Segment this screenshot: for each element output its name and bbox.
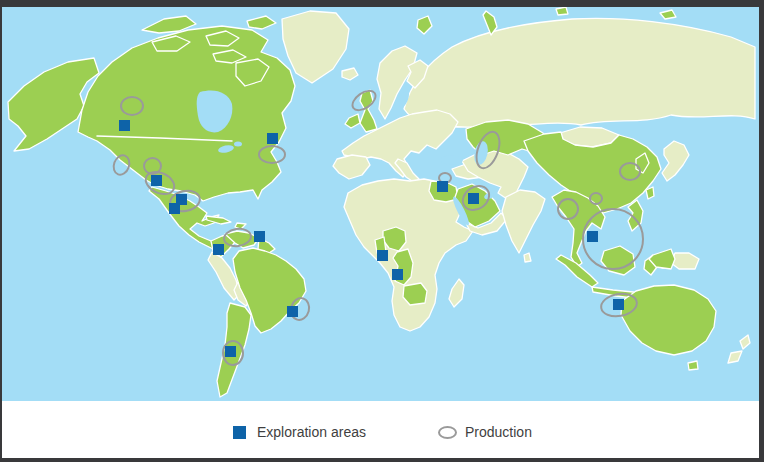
production-ellipse-icon [438, 426, 457, 439]
exploration-marker [437, 181, 448, 192]
production-marker [619, 162, 641, 181]
exploration-marker [392, 269, 403, 280]
exploration-marker [587, 231, 598, 242]
exploration-marker [287, 306, 298, 317]
production-marker [120, 96, 144, 116]
legend-exploration: Exploration areas [233, 424, 366, 440]
marker-layer [0, 0, 764, 462]
legend-production-label: Production [465, 424, 532, 440]
production-marker [258, 145, 286, 164]
exploration-marker [254, 231, 265, 242]
exploration-marker [225, 346, 236, 357]
production-marker [557, 198, 579, 220]
production-marker [589, 192, 603, 205]
exploration-marker [267, 133, 278, 144]
exploration-marker [468, 193, 479, 204]
exploration-marker [613, 299, 624, 310]
production-marker [348, 85, 381, 115]
exploration-square-icon [233, 426, 246, 439]
production-marker [109, 152, 132, 178]
exploration-marker [151, 175, 162, 186]
production-marker [471, 127, 505, 172]
exploration-marker [377, 250, 388, 261]
legend-exploration-label: Exploration areas [257, 424, 366, 440]
production-marker [221, 226, 252, 249]
legend-production: Production [438, 424, 532, 440]
exploration-marker [119, 120, 130, 131]
exploration-marker [169, 203, 180, 214]
exploration-marker [213, 244, 224, 255]
map-figure: Exploration areas Production [0, 0, 764, 462]
